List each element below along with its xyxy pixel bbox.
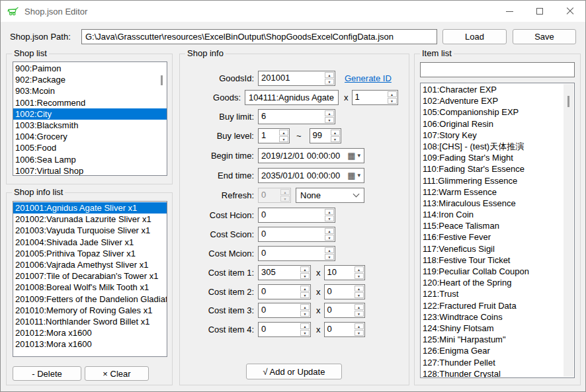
list-item[interactable]: 1003:Blacksmith: [13, 120, 167, 131]
spinner-up-icon[interactable]: ▲: [388, 91, 397, 97]
list-item[interactable]: 201012:Mora x1600: [13, 327, 167, 338]
list-item[interactable]: 201003:Vayuda Turquoise Sliver x1: [13, 225, 167, 236]
list-item[interactable]: 118:Festive Tour Ticket: [421, 255, 574, 266]
list-item[interactable]: 201011:Northlander Sword Billet x1: [13, 316, 167, 327]
buy-level-min-spinner[interactable]: 1 ▲▼: [258, 128, 290, 143]
shop-list-scrollbar[interactable]: [161, 75, 163, 85]
list-item[interactable]: 123:Windtrace Coins: [421, 311, 574, 323]
item-list-box[interactable]: 101:Character EXP102:Adventure EXP105:Co…: [420, 83, 575, 378]
goods-count-spinner[interactable]: 1 ▲▼: [352, 90, 398, 105]
spinner-down-icon[interactable]: ▼: [355, 330, 364, 336]
spinner-up-icon[interactable]: ▲: [355, 323, 364, 329]
list-item[interactable]: 128:Thunder Crystal: [421, 368, 574, 378]
list-item[interactable]: 201006:Vajrada Amethyst Sliver x1: [13, 259, 167, 270]
list-item[interactable]: 105:Companionship EXP: [421, 106, 574, 118]
spinner-up-icon[interactable]: ▲: [355, 266, 364, 272]
spinner-up-icon[interactable]: ▲: [325, 209, 334, 215]
list-item[interactable]: 1006:Sea Lamp: [13, 154, 167, 165]
spinner-down-icon[interactable]: ▼: [355, 311, 364, 317]
cost-item-4-count-spinner[interactable]: 0 ▲▼: [324, 322, 365, 337]
spinner-up-icon[interactable]: ▲: [355, 286, 364, 292]
list-item[interactable]: 121:Trust: [421, 288, 574, 299]
list-item[interactable]: 117:Veneficus Sigil: [421, 243, 574, 255]
cost-item-2-count-spinner[interactable]: 0 ▲▼: [324, 284, 365, 299]
load-button[interactable]: Load: [442, 29, 507, 44]
list-item[interactable]: 201013:Mora x1600: [13, 338, 167, 350]
spinner-up-icon[interactable]: ▲: [355, 304, 364, 310]
cost-item-1-count-spinner[interactable]: 10 ▲▼: [324, 265, 365, 280]
add-or-update-button[interactable]: √ Add or Update: [246, 364, 342, 379]
list-item[interactable]: 110:Fading Star's Essence: [421, 163, 574, 175]
list-item[interactable]: 122:Fractured Fruit Data: [421, 300, 574, 311]
list-item[interactable]: 201004:Shivada Jade Sliver x1: [13, 237, 167, 248]
spinner-up-icon[interactable]: ▲: [300, 266, 310, 272]
spinner-up-icon[interactable]: ▲: [300, 323, 310, 329]
list-item[interactable]: 119:Peculiar Collab Coupon: [421, 266, 574, 277]
shop-info-list-box[interactable]: 201001:Agnidus Agate Sliver x1201002:Var…: [13, 201, 167, 357]
spinner-up-icon[interactable]: ▲: [300, 304, 310, 310]
list-item[interactable]: 107:Story Key: [421, 130, 574, 141]
list-item[interactable]: 201008:Boreal Wolf's Milk Tooth x1: [13, 282, 167, 293]
spinner-down-icon[interactable]: ▼: [325, 79, 334, 85]
spinner-down-icon[interactable]: ▼: [325, 235, 334, 241]
cost-scion-spinner[interactable]: 0 ▲▼: [258, 227, 335, 242]
spinner-down-icon[interactable]: ▼: [300, 292, 310, 298]
list-item[interactable]: 1001:Recommend: [13, 97, 167, 108]
list-item[interactable]: 124:Shiny Flotsam: [421, 323, 574, 334]
list-item[interactable]: 900:Paimon: [13, 63, 167, 74]
spinner-down-icon[interactable]: ▼: [325, 216, 334, 221]
goodsid-spinner[interactable]: 201001 ▲▼: [258, 71, 335, 86]
list-item[interactable]: 116:Festive Fever: [421, 231, 574, 243]
list-item[interactable]: 109:Fading Star's Might: [421, 152, 574, 163]
spinner-up-icon[interactable]: ▲: [325, 247, 334, 253]
list-item[interactable]: 108:[CHS] - (test)天体推演: [421, 141, 574, 152]
buy-limit-spinner[interactable]: 6 ▲▼: [258, 109, 335, 124]
spinner-down-icon[interactable]: ▼: [300, 273, 310, 279]
list-item[interactable]: 1004:Grocery: [13, 131, 167, 142]
list-item[interactable]: 113:Miraculous Essence: [421, 198, 574, 209]
goods-input[interactable]: [245, 90, 339, 105]
spinner-down-icon[interactable]: ▼: [300, 311, 310, 317]
list-item[interactable]: 1002:City: [13, 108, 167, 120]
spinner-down-icon[interactable]: ▼: [331, 136, 340, 142]
spinner-down-icon[interactable]: ▼: [355, 273, 364, 279]
cost-mcion-spinner[interactable]: 0 ▲▼: [258, 246, 335, 261]
list-item[interactable]: 101:Character EXP: [421, 84, 574, 95]
spinner-up-icon[interactable]: ▲: [300, 286, 310, 292]
list-item[interactable]: 106:Original Resin: [421, 118, 574, 130]
cost-hcion-spinner[interactable]: 0 ▲▼: [258, 208, 335, 223]
list-item[interactable]: 201010:Memory of Roving Gales x1: [13, 305, 167, 316]
spinner-down-icon[interactable]: ▼: [325, 117, 334, 123]
list-item[interactable]: 201009:Fetters of the Dandelion Gladiato: [13, 294, 167, 305]
list-item[interactable]: 1007:Virtual Shop: [13, 165, 167, 176]
maximize-button[interactable]: [524, 1, 555, 22]
close-button[interactable]: [555, 1, 585, 22]
list-item[interactable]: 127:Thunder Pellet: [421, 357, 574, 368]
spinner-down-icon[interactable]: ▼: [355, 292, 364, 298]
begin-time-picker[interactable]: 2019/12/01 00:00:00 ▦ ▾: [258, 148, 364, 163]
spinner-up-icon[interactable]: ▲: [279, 130, 288, 136]
cost-item-3-count-spinner[interactable]: 0 ▲▼: [324, 303, 365, 318]
spinner-up-icon[interactable]: ▲: [325, 72, 334, 78]
shop-list-box[interactable]: 900:Paimon902:Package903:Mcoin1001:Recom…: [13, 61, 167, 176]
list-item[interactable]: 126:Enigma Gear: [421, 345, 574, 356]
list-item[interactable]: 125:Mini "Harpastum": [421, 334, 574, 345]
spinner-down-icon[interactable]: ▼: [279, 136, 288, 142]
list-item[interactable]: 102:Adventure EXP: [421, 95, 574, 106]
list-item[interactable]: 1005:Food: [13, 142, 167, 153]
save-button[interactable]: Save: [513, 29, 576, 44]
clear-button[interactable]: × Clear: [85, 366, 149, 381]
cost-item-1-id-spinner[interactable]: 305 ▲▼: [258, 265, 311, 280]
spinner-down-icon[interactable]: ▼: [300, 330, 310, 336]
cost-item-4-id-spinner[interactable]: 0 ▲▼: [258, 322, 311, 337]
list-item[interactable]: 902:Package: [13, 74, 167, 85]
generate-id-link[interactable]: Generate ID: [345, 73, 392, 83]
refresh-mode-combobox[interactable]: None: [296, 188, 364, 203]
list-item[interactable]: 112:Warm Essence: [421, 186, 574, 198]
minimize-button[interactable]: [494, 1, 524, 22]
list-item[interactable]: 903:Mcoin: [13, 85, 167, 97]
list-item[interactable]: 201005:Prithiva Topaz Sliver x1: [13, 248, 167, 259]
item-search-input[interactable]: [420, 62, 575, 77]
cost-item-2-id-spinner[interactable]: 0 ▲▼: [258, 284, 311, 299]
spinner-down-icon[interactable]: ▼: [325, 254, 334, 260]
